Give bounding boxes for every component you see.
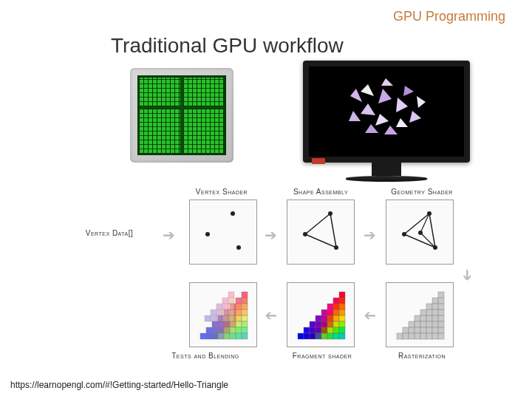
svg-rect-127 <box>242 327 248 333</box>
svg-rect-45 <box>420 321 426 327</box>
svg-rect-149 <box>222 316 228 321</box>
svg-rect-70 <box>321 310 327 316</box>
rasterization-label: Rasterization <box>381 352 463 360</box>
svg-rect-46 <box>426 321 432 327</box>
svg-rect-150 <box>228 316 234 321</box>
svg-rect-141 <box>228 304 234 310</box>
svg-rect-37 <box>438 310 444 316</box>
svg-rect-74 <box>316 316 321 321</box>
svg-point-24 <box>427 211 432 216</box>
svg-rect-66 <box>339 298 345 304</box>
svg-marker-1 <box>361 103 375 115</box>
svg-rect-105 <box>242 304 248 310</box>
svg-rect-108 <box>236 310 242 316</box>
svg-rect-148 <box>216 316 222 321</box>
svg-rect-85 <box>304 327 310 333</box>
svg-rect-115 <box>212 321 218 327</box>
svg-rect-122 <box>212 327 218 333</box>
arrow-left-icon: ➔ <box>265 309 277 324</box>
svg-rect-83 <box>333 321 339 327</box>
svg-rect-98 <box>333 333 339 339</box>
svg-rect-139 <box>216 304 222 310</box>
monitor-brand-logo <box>312 158 325 164</box>
svg-rect-42 <box>438 316 444 321</box>
svg-rect-40 <box>426 316 432 321</box>
svg-rect-136 <box>228 292 234 298</box>
svg-marker-8 <box>384 126 398 134</box>
svg-rect-143 <box>216 310 222 316</box>
svg-rect-41 <box>432 316 438 321</box>
svg-rect-81 <box>321 321 327 327</box>
vertex-shader-graphic <box>190 200 258 265</box>
svg-rect-126 <box>236 327 242 333</box>
svg-rect-89 <box>327 327 333 333</box>
svg-rect-62 <box>432 333 438 339</box>
svg-rect-97 <box>327 333 333 339</box>
svg-rect-68 <box>333 304 339 310</box>
svg-point-27 <box>418 231 423 235</box>
geometry-shader-graphic <box>386 200 454 265</box>
svg-rect-60 <box>420 333 426 339</box>
svg-rect-53 <box>426 327 432 333</box>
stage-rasterization <box>386 282 454 347</box>
svg-rect-91 <box>339 327 345 333</box>
geometry-shader-label: Geometry Shader <box>381 188 463 196</box>
svg-rect-90 <box>333 327 339 333</box>
svg-rect-144 <box>222 310 228 316</box>
svg-line-22 <box>420 214 429 233</box>
svg-rect-129 <box>206 333 212 339</box>
svg-rect-33 <box>438 304 444 310</box>
svg-rect-34 <box>420 310 426 316</box>
svg-rect-88 <box>321 327 327 333</box>
svg-rect-79 <box>310 321 316 327</box>
svg-rect-54 <box>432 327 438 333</box>
svg-rect-114 <box>242 316 248 321</box>
stage-shape-assembly <box>287 200 355 265</box>
svg-rect-57 <box>403 333 409 339</box>
svg-rect-95 <box>316 333 321 339</box>
svg-rect-77 <box>333 316 339 321</box>
monitor-illustration <box>303 61 470 185</box>
vertex-shader-label: Vertex Shader <box>185 188 259 196</box>
svg-rect-147 <box>211 316 216 321</box>
source-url: https://learnopengl.com/#!Getting-starte… <box>10 380 228 390</box>
svg-marker-4 <box>403 86 414 96</box>
svg-marker-5 <box>375 114 389 126</box>
svg-rect-113 <box>236 316 242 321</box>
tests-blending-graphic <box>190 283 258 348</box>
svg-rect-63 <box>438 333 444 339</box>
svg-rect-123 <box>218 327 224 333</box>
svg-rect-67 <box>327 304 333 310</box>
svg-point-16 <box>236 245 241 250</box>
svg-marker-6 <box>349 111 361 121</box>
svg-rect-92 <box>298 333 304 339</box>
shape-assembly-graphic <box>287 200 355 265</box>
svg-rect-35 <box>426 310 432 316</box>
svg-marker-11 <box>396 118 408 127</box>
arrow-right-icon: ➔ <box>163 228 175 242</box>
svg-rect-51 <box>415 327 420 333</box>
svg-rect-117 <box>224 321 230 327</box>
svg-rect-131 <box>218 333 224 339</box>
svg-rect-72 <box>333 310 339 316</box>
svg-rect-124 <box>224 327 230 333</box>
stage-geometry-shader <box>386 200 454 265</box>
stage-fragment-shader <box>287 282 355 347</box>
confetti-render <box>309 66 464 157</box>
svg-rect-78 <box>339 316 345 321</box>
svg-marker-3 <box>361 84 374 96</box>
shape-assembly-label: Shape Assembly <box>284 188 358 196</box>
svg-rect-61 <box>426 333 432 339</box>
arrow-right-icon: ➔ <box>265 228 277 242</box>
svg-marker-10 <box>350 89 362 102</box>
svg-rect-135 <box>242 333 248 339</box>
svg-rect-56 <box>397 333 403 339</box>
svg-rect-39 <box>420 316 426 321</box>
svg-rect-52 <box>420 327 426 333</box>
svg-rect-58 <box>409 333 415 339</box>
svg-rect-31 <box>426 304 432 310</box>
svg-rect-94 <box>310 333 316 339</box>
svg-rect-99 <box>339 333 345 339</box>
svg-rect-137 <box>222 298 228 304</box>
svg-rect-132 <box>224 333 230 339</box>
